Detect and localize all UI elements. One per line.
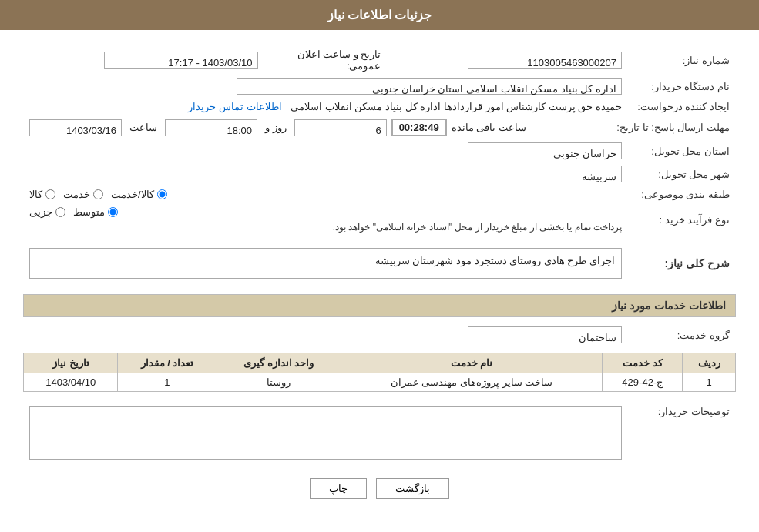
label-shahr: شهر محل تحویل: bbox=[628, 162, 736, 186]
nam-dastgah-value: اداره کل بنیاد مسکن انقلاب اسلامی استان … bbox=[237, 78, 622, 95]
mohlat-roz-value: 6 bbox=[294, 119, 387, 136]
radio-khadamat-label: خدمت bbox=[63, 189, 90, 200]
value-grohKhadamat: ساختمان bbox=[23, 323, 628, 346]
radio-kala-khadamat-input[interactable] bbox=[157, 189, 167, 199]
back-button[interactable]: بازگشت bbox=[376, 478, 449, 499]
radio-khadamat-input[interactable] bbox=[93, 189, 103, 199]
print-button[interactable]: چاپ bbox=[310, 478, 367, 499]
content-area: شماره نیاز: 1103005463000207 تاریخ و ساع… bbox=[0, 30, 759, 507]
cell-radif: 1 bbox=[683, 373, 736, 392]
page-wrapper: جزئیات اطلاعات نیاز شماره نیاز: 11030054… bbox=[0, 0, 759, 532]
sharh-niaz-value: اجرای طرح هادی روستای دستجرد مود شهرستان… bbox=[375, 255, 615, 266]
sharh-niaz-box: اجرای طرح هادی روستای دستجرد مود شهرستان… bbox=[29, 248, 622, 279]
touseeh-table: توصیحات خریدار: bbox=[23, 400, 736, 466]
section-khadamat: اطلاعات خدمات مورد نیاز bbox=[23, 294, 736, 317]
value-tabaqeh: کالا خدمت کالا/خدمت bbox=[23, 186, 628, 203]
value-noeFarayand: جزیی متوسط پرداخت تمام یا بخشی از مبلغ خ… bbox=[23, 203, 628, 236]
label-grohKhadamat: گروه خدمت: bbox=[628, 323, 736, 346]
radio-kala-input[interactable] bbox=[45, 189, 55, 199]
groh-khadamat-value: ساختمان bbox=[468, 326, 622, 343]
radio-khadamat[interactable]: خدمت bbox=[63, 189, 103, 200]
ostan-value: خراسان جنوبی bbox=[468, 142, 622, 159]
ijadkonande-table: ایجاد کننده درخواست: حمیده حق پرست کارشن… bbox=[23, 98, 736, 115]
label-saat-baghi: ساعت باقی مانده bbox=[452, 122, 526, 133]
cell-vahedAndazehgiri: روستا bbox=[217, 373, 341, 392]
page-title: جزئیات اطلاعات نیاز bbox=[327, 8, 432, 22]
label-shomareNiaz: شماره نیاز: bbox=[628, 45, 736, 75]
th-tarikh-niaz: تاریخ نیاز bbox=[24, 353, 118, 373]
ijad-konande-value: حمیده حق پرست کارشناس امور قراردادها ادا… bbox=[291, 101, 622, 112]
ostan-table: استان محل تحویل: خراسان جنوبی bbox=[23, 139, 736, 162]
top-info-table: شماره نیاز: 1103005463000207 تاریخ و ساع… bbox=[23, 45, 736, 75]
label-sharhNiaz: شرح کلی نیاز: bbox=[628, 242, 736, 285]
label-saat: ساعت bbox=[126, 122, 160, 133]
nam-dastgah-table: نام دستگاه خریدار: اداره کل بنیاد مسکن ا… bbox=[23, 75, 736, 98]
radio-motavasset[interactable]: متوسط bbox=[73, 206, 118, 218]
cell-codKhadamat: ج-42-429 bbox=[603, 373, 683, 392]
radio-motavasset-input[interactable] bbox=[108, 207, 118, 217]
shomare-niaz-value: 1103005463000207 bbox=[468, 52, 622, 69]
th-vahed: واحد اندازه گیری bbox=[217, 353, 341, 373]
th-cod-khadamat: کد خدمت bbox=[603, 353, 683, 373]
radio-kala-khadamat[interactable]: کالا/خدمت bbox=[111, 189, 167, 200]
label-roz: روز و bbox=[262, 122, 290, 133]
label-mohlat: مهلت ارسال پاسخ: تا تاریخ: bbox=[610, 115, 736, 139]
shahr-value: سربیشه bbox=[468, 166, 622, 182]
tarikh-value: 1403/03/10 - 17:17 bbox=[104, 52, 258, 69]
value-sharhNiaz: اجرای طرح هادی روستای دستجرد مود شهرستان… bbox=[23, 242, 628, 285]
groh-khadamat-table: گروه خدمت: ساختمان bbox=[23, 323, 736, 346]
label-touseeh: توصیحات خریدار: bbox=[628, 400, 736, 466]
value-touseeh bbox=[23, 400, 628, 466]
label-noeFarayand: نوع فرآیند خرید : bbox=[628, 203, 736, 236]
radio-kala-label: کالا bbox=[29, 189, 42, 200]
service-table: ردیف کد خدمت نام خدمت واحد اندازه گیری ت… bbox=[23, 353, 736, 392]
radio-motavasset-label: متوسط bbox=[73, 206, 105, 218]
mohlat-tarikh-value: 1403/03/16 bbox=[29, 119, 122, 136]
th-tedad: تعداد / مقدار bbox=[118, 353, 217, 373]
cell-tarikhNiaz: 1403/04/10 bbox=[24, 373, 118, 392]
sharh-niaz-table: شرح کلی نیاز: اجرای طرح هادی روستای دستج… bbox=[23, 242, 736, 285]
table-row: 1ج-42-429ساخت سایر پروژه‌های مهندسی عمرا… bbox=[24, 373, 736, 392]
label-ostan: استان محل تحویل: bbox=[628, 139, 736, 162]
btn-row: بازگشت چاپ bbox=[23, 478, 736, 499]
value-ostan: خراسان جنوبی bbox=[23, 139, 628, 162]
cell-tedadMeqdar: 1 bbox=[118, 373, 217, 392]
shahr-table: شهر محل تحویل: سربیشه bbox=[23, 162, 736, 186]
radio-kala-khadamat-label: کالا/خدمت bbox=[111, 189, 154, 200]
cell-namKhadamat: ساخت سایر پروژه‌های مهندسی عمران bbox=[341, 373, 602, 392]
label-tarikh: تاریخ و ساعت اعلان عمومی: bbox=[264, 45, 388, 75]
tabaqeh-table: طبقه بندی موضوعی: کالا خدمت کالا/خدمت bbox=[23, 186, 736, 203]
page-header: جزئیات اطلاعات نیاز bbox=[0, 0, 759, 30]
value-tarikh: 1403/03/10 - 17:17 bbox=[23, 45, 264, 75]
value-mohlat: 1403/03/16 ساعت 18:00 روز و 6 00:28:49 س… bbox=[23, 115, 610, 139]
note-farayand: پرداخت تمام یا بخشی از مبلغ خریدار از مح… bbox=[29, 221, 622, 233]
label-namDastgah: نام دستگاه خریدار: bbox=[628, 75, 736, 98]
radio-jazii[interactable]: جزیی bbox=[29, 206, 65, 218]
countdown-value: 00:28:49 bbox=[391, 119, 447, 136]
value-ijadKonande: حمیده حق پرست کارشناس امور قراردادها ادا… bbox=[23, 98, 628, 115]
mohlat-table: مهلت ارسال پاسخ: تا تاریخ: 1403/03/16 سا… bbox=[23, 115, 736, 139]
th-nam-khadamat: نام خدمت bbox=[341, 353, 602, 373]
touseeh-box[interactable] bbox=[29, 406, 622, 460]
value-shahr: سربیشه bbox=[23, 162, 628, 186]
value-namDastgah: اداره کل بنیاد مسکن انقلاب اسلامی استان … bbox=[23, 75, 628, 98]
value-shomareNiaz: 1103005463000207 bbox=[388, 45, 629, 75]
note-text-value: پرداخت تمام یا بخشی از مبلغ خریدار از مح… bbox=[333, 222, 622, 233]
ettelaat-tamas-link[interactable]: اطلاعات تماس خریدار bbox=[188, 101, 281, 112]
radio-kala[interactable]: کالا bbox=[29, 189, 55, 200]
mohlat-saat-value: 18:00 bbox=[165, 119, 257, 136]
radio-jazii-input[interactable] bbox=[55, 207, 65, 217]
label-ijadKonande: ایجاد کننده درخواست: bbox=[628, 98, 736, 115]
label-tabaqeh: طبقه بندی موضوعی: bbox=[628, 186, 736, 203]
th-radif: ردیف bbox=[683, 353, 736, 373]
radio-jazii-label: جزیی bbox=[29, 206, 52, 218]
noe-farayand-table: نوع فرآیند خرید : جزیی متوسط پرداخت bbox=[23, 203, 736, 236]
